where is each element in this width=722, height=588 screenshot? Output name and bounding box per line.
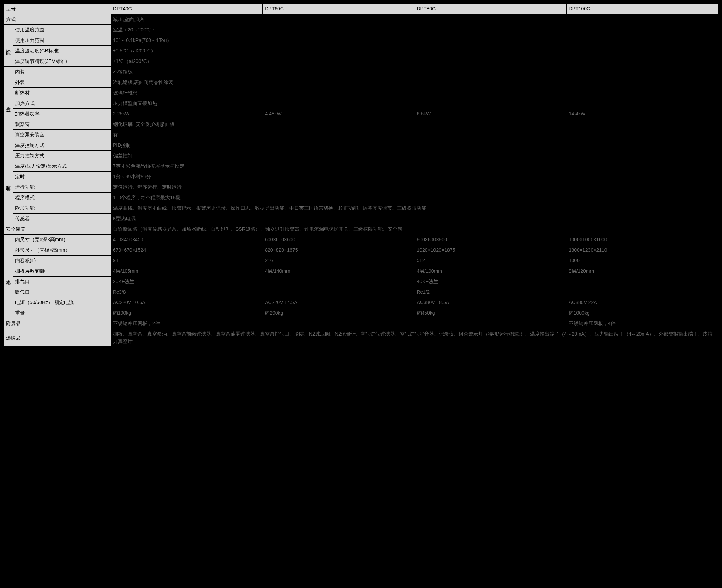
row-value: 温度曲线、温度历史曲线、报警记录、报警历史记录、操作日志、数据导出功能、中日英三…: [111, 203, 719, 214]
table-row: 选购品棚板、真空泵、真空泵油、真空泵前级过滤器、真空泵油雾过滤器、真空泵排气口、…: [4, 329, 719, 347]
table-row: 排气口25KF法兰40KF法兰: [4, 277, 719, 287]
row-label: 观察窗: [13, 119, 111, 130]
table-row: 观察窗钢化玻璃+安全保护树脂面板: [4, 119, 719, 130]
row-value: ±0.5℃（at200℃）: [111, 46, 719, 56]
group-label: 性能: [4, 25, 13, 67]
row-label: 压力控制方式: [13, 151, 111, 161]
row-value: 450×450×450: [111, 235, 263, 245]
row-value: 玻璃纤维棉: [111, 88, 719, 98]
row-label: 内尺寸（宽×深×高mm）: [13, 235, 111, 245]
table-row: 重量约190kg约290kg约450kg约1000kg: [4, 308, 719, 318]
row-value: 约450kg: [415, 308, 566, 318]
row-value: 约290kg: [263, 308, 415, 318]
row-value: 1分～99小时59分: [111, 172, 719, 182]
table-row: 外形尺寸（直径×高mm）670×670×1524820×820×16751020…: [4, 245, 719, 256]
table-row: 构成内装不锈钢板: [4, 67, 719, 77]
table-row: 内容积(L)912165121000: [4, 256, 719, 266]
row-value: 不锈钢板: [111, 67, 719, 77]
row-label: 方式: [4, 14, 111, 25]
model-label: 型号: [4, 4, 111, 14]
row-value: 4层/105mm: [111, 266, 263, 277]
row-label: 传感器: [13, 214, 111, 224]
row-value: 100个程序，每个程序最大15段: [111, 193, 719, 203]
table-row: 棚板层数/间距4层/105mm4层/140mm4层/190mm8层/120mm: [4, 266, 719, 277]
table-row: 方式减压,壁面加热: [4, 14, 719, 25]
table-row: 附属品不锈钢冲压网板，2件不锈钢冲压网板，4件: [4, 318, 719, 329]
row-value: 棚板、真空泵、真空泵油、真空泵前级过滤器、真空泵油雾过滤器、真空泵排气口、冷阱、…: [111, 329, 719, 347]
row-value: 216: [263, 256, 415, 266]
row-value: 40KF法兰: [415, 277, 719, 287]
row-label: 运行功能: [13, 182, 111, 193]
table-row: 加热器功率2.25kW4.48kW6.5kW14.4kW: [4, 109, 719, 119]
row-value: ±1℃（at200℃）: [111, 56, 719, 67]
model-col: DPT100C: [566, 4, 718, 14]
row-value: PID控制: [111, 140, 719, 151]
row-value: 室温＋20～200℃：: [111, 25, 719, 35]
row-value: 512: [415, 256, 566, 266]
row-value: 7英寸彩色液晶触摸屏显示与设定: [111, 161, 719, 172]
table-row: 断热材玻璃纤维棉: [4, 88, 719, 98]
row-label: 棚板层数/间距: [13, 266, 111, 277]
row-label: 使用温度范围: [13, 25, 111, 35]
row-value: 钢化玻璃+安全保护树脂面板: [111, 119, 719, 130]
row-value: 有: [111, 130, 719, 140]
row-label: 重量: [13, 308, 111, 318]
row-label: 加热器功率: [13, 109, 111, 119]
row-value: AC380V 22A: [566, 297, 718, 308]
row-label: 附属品: [4, 318, 111, 329]
group-label: 规格: [4, 235, 13, 318]
table-row: 定时1分～99小时59分: [4, 172, 719, 182]
row-value: 25KF法兰: [111, 277, 415, 287]
row-label: 吸气口: [13, 287, 111, 297]
row-label: 程序模式: [13, 193, 111, 203]
row-value: Rc1/2: [415, 287, 719, 297]
row-value: 14.4kW: [566, 109, 718, 119]
table-row: 温度/压力设定/显示方式7英寸彩色液晶触摸屏显示与设定: [4, 161, 719, 172]
table-row: 运行功能定值运行、程序运行、定时运行: [4, 182, 719, 193]
spec-table: 型号DPT40CDPT60CDPT80CDPT100C 方式减压,壁面加热 性能…: [3, 3, 719, 347]
row-value: 不锈钢冲压网板，4件: [566, 318, 718, 329]
row-label: 定时: [13, 172, 111, 182]
row-value: 1000×1000×1000: [566, 235, 718, 245]
row-value: 4.48kW: [263, 109, 415, 119]
row-label: 电源（50/60Hz） 额定电流: [13, 297, 111, 308]
row-value: 4层/190mm: [415, 266, 566, 277]
row-value: AC380V 18.5A: [415, 297, 566, 308]
row-label: 安全装置: [4, 224, 111, 235]
row-label: 选购品: [4, 329, 111, 347]
row-label: 使用压力范围: [13, 35, 111, 46]
table-row: 吸气口Rc3/8Rc1/2: [4, 287, 719, 297]
row-value: 不锈钢冲压网板，2件: [111, 318, 567, 329]
row-label: 真空泵安装室: [13, 130, 111, 140]
row-value: 101～0.1kPa(760～1Torr): [111, 35, 719, 46]
table-row: 安全装置自诊断回路（温度传感器异常、加热器断线、自动过升、SSR短路）、独立过升…: [4, 224, 719, 235]
table-row: 性能使用温度范围室温＋20～200℃：: [4, 25, 719, 35]
row-label: 外装: [13, 77, 111, 88]
row-value: 8层/120mm: [566, 266, 718, 277]
model-col: DPT60C: [263, 4, 415, 14]
model-col: DPT80C: [415, 4, 566, 14]
table-row: 真空泵安装室有: [4, 130, 719, 140]
row-value: 偏差控制: [111, 151, 719, 161]
row-value: 压力槽壁面直接加热: [111, 98, 719, 109]
row-label: 外形尺寸（直径×高mm）: [13, 245, 111, 256]
row-value: 4层/140mm: [263, 266, 415, 277]
row-label: 温度波动度(GB标准): [13, 46, 111, 56]
row-value: 减压,壁面加热: [111, 14, 719, 25]
row-value: 1020×1020×1875: [415, 245, 566, 256]
row-value: 800×800×800: [415, 235, 566, 245]
row-value: 约190kg: [111, 308, 263, 318]
row-value: 600×600×600: [263, 235, 415, 245]
row-label: 内容积(L): [13, 256, 111, 266]
row-value: 约1000kg: [566, 308, 718, 318]
row-value: 自诊断回路（温度传感器异常、加热器断线、自动过升、SSR短路）、独立过升报警器、…: [111, 224, 719, 235]
row-value: 820×820×1675: [263, 245, 415, 256]
row-value: 定值运行、程序运行、定时运行: [111, 182, 719, 193]
row-label: 加热方式: [13, 98, 111, 109]
model-col: DPT40C: [111, 4, 263, 14]
group-label: 控制器: [4, 140, 13, 224]
row-value: 冷轧钢板,表面耐药品性涂装: [111, 77, 719, 88]
row-label: 温度/压力设定/显示方式: [13, 161, 111, 172]
row-label: 附加功能: [13, 203, 111, 214]
table-row: 传感器K型热电偶: [4, 214, 719, 224]
